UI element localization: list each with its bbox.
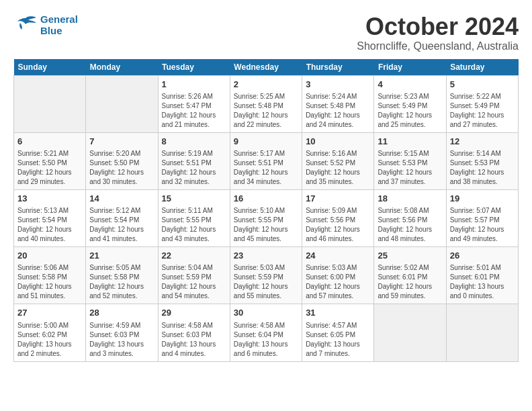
day-number: 8 xyxy=(162,136,226,148)
calendar-day-cell: 19Sunrise: 5:07 AM Sunset: 5:57 PM Dayli… xyxy=(446,189,518,246)
day-of-week-header: Tuesday xyxy=(158,59,230,76)
day-of-week-header: Thursday xyxy=(302,59,374,76)
calendar-day-cell: 4Sunrise: 5:23 AM Sunset: 5:49 PM Daylig… xyxy=(374,75,446,132)
calendar-day-cell: 13Sunrise: 5:13 AM Sunset: 5:54 PM Dayli… xyxy=(14,189,86,246)
day-number: 15 xyxy=(162,193,226,205)
location-title: Shorncliffe, Queensland, Australia xyxy=(357,40,519,52)
day-number: 16 xyxy=(234,193,298,205)
calendar-week-row: 27Sunrise: 5:00 AM Sunset: 6:02 PM Dayli… xyxy=(14,304,519,361)
day-info: Sunrise: 5:12 AM Sunset: 5:54 PM Dayligh… xyxy=(89,206,154,244)
calendar-day-cell: 28Sunrise: 4:59 AM Sunset: 6:03 PM Dayli… xyxy=(86,304,158,361)
calendar-day-cell: 26Sunrise: 5:01 AM Sunset: 6:01 PM Dayli… xyxy=(446,247,518,304)
calendar-day-cell: 31Sunrise: 4:57 AM Sunset: 6:05 PM Dayli… xyxy=(302,304,374,361)
day-info: Sunrise: 5:10 AM Sunset: 5:55 PM Dayligh… xyxy=(234,206,298,244)
day-of-week-header: Monday xyxy=(86,59,158,76)
day-info: Sunrise: 5:13 AM Sunset: 5:54 PM Dayligh… xyxy=(17,206,82,244)
calendar-week-row: 1Sunrise: 5:26 AM Sunset: 5:47 PM Daylig… xyxy=(14,75,519,132)
calendar-day-cell: 21Sunrise: 5:05 AM Sunset: 5:58 PM Dayli… xyxy=(86,247,158,304)
calendar-day-cell: 5Sunrise: 5:22 AM Sunset: 5:49 PM Daylig… xyxy=(446,75,518,132)
day-number: 22 xyxy=(162,250,226,262)
calendar-day-cell: 17Sunrise: 5:09 AM Sunset: 5:56 PM Dayli… xyxy=(302,189,374,246)
month-title: October 2024 xyxy=(357,13,519,40)
day-number: 18 xyxy=(378,193,442,205)
calendar-day-cell: 10Sunrise: 5:16 AM Sunset: 5:52 PM Dayli… xyxy=(302,132,374,189)
day-number: 30 xyxy=(234,307,298,319)
day-info: Sunrise: 5:15 AM Sunset: 5:53 PM Dayligh… xyxy=(378,149,442,187)
calendar-day-cell xyxy=(446,304,518,361)
day-number: 31 xyxy=(306,307,370,319)
logo-text: General Blue xyxy=(40,13,78,36)
calendar-day-cell: 12Sunrise: 5:14 AM Sunset: 5:53 PM Dayli… xyxy=(446,132,518,189)
day-number: 1 xyxy=(162,79,226,91)
day-number: 9 xyxy=(234,136,298,148)
day-number: 13 xyxy=(17,193,82,205)
day-number: 12 xyxy=(450,136,515,148)
day-number: 26 xyxy=(450,250,515,262)
calendar-day-cell: 20Sunrise: 5:06 AM Sunset: 5:58 PM Dayli… xyxy=(14,247,86,304)
day-info: Sunrise: 5:20 AM Sunset: 5:50 PM Dayligh… xyxy=(89,149,154,187)
calendar-day-cell: 11Sunrise: 5:15 AM Sunset: 5:53 PM Dayli… xyxy=(374,132,446,189)
day-of-week-header: Saturday xyxy=(446,59,518,76)
calendar-day-cell: 30Sunrise: 4:58 AM Sunset: 6:04 PM Dayli… xyxy=(230,304,302,361)
calendar-day-cell: 9Sunrise: 5:17 AM Sunset: 5:51 PM Daylig… xyxy=(230,132,302,189)
calendar-day-cell: 6Sunrise: 5:21 AM Sunset: 5:50 PM Daylig… xyxy=(14,132,86,189)
day-info: Sunrise: 5:25 AM Sunset: 5:48 PM Dayligh… xyxy=(234,92,298,130)
day-number: 14 xyxy=(89,193,154,205)
day-info: Sunrise: 5:21 AM Sunset: 5:50 PM Dayligh… xyxy=(17,149,82,187)
calendar-body: 1Sunrise: 5:26 AM Sunset: 5:47 PM Daylig… xyxy=(14,75,519,361)
page-header: General Blue October 2024 Shorncliffe, Q… xyxy=(13,13,519,52)
day-info: Sunrise: 5:09 AM Sunset: 5:56 PM Dayligh… xyxy=(306,206,370,244)
calendar-day-cell: 23Sunrise: 5:03 AM Sunset: 5:59 PM Dayli… xyxy=(230,247,302,304)
calendar-day-cell xyxy=(86,75,158,132)
calendar-day-cell: 27Sunrise: 5:00 AM Sunset: 6:02 PM Dayli… xyxy=(14,304,86,361)
day-of-week-header: Sunday xyxy=(14,59,86,76)
calendar-day-cell: 16Sunrise: 5:10 AM Sunset: 5:55 PM Dayli… xyxy=(230,189,302,246)
day-info: Sunrise: 4:58 AM Sunset: 6:03 PM Dayligh… xyxy=(162,321,226,359)
day-number: 27 xyxy=(17,307,82,319)
calendar-day-cell: 15Sunrise: 5:11 AM Sunset: 5:55 PM Dayli… xyxy=(158,189,230,246)
day-info: Sunrise: 5:26 AM Sunset: 5:47 PM Dayligh… xyxy=(162,92,226,130)
day-number: 20 xyxy=(17,250,82,262)
calendar-day-cell: 2Sunrise: 5:25 AM Sunset: 5:48 PM Daylig… xyxy=(230,75,302,132)
calendar-day-cell: 1Sunrise: 5:26 AM Sunset: 5:47 PM Daylig… xyxy=(158,75,230,132)
day-info: Sunrise: 5:04 AM Sunset: 5:59 PM Dayligh… xyxy=(162,263,226,301)
calendar-day-cell: 25Sunrise: 5:02 AM Sunset: 6:01 PM Dayli… xyxy=(374,247,446,304)
calendar-week-row: 20Sunrise: 5:06 AM Sunset: 5:58 PM Dayli… xyxy=(14,247,519,304)
day-info: Sunrise: 5:03 AM Sunset: 6:00 PM Dayligh… xyxy=(306,263,370,301)
day-number: 4 xyxy=(378,79,442,91)
day-info: Sunrise: 5:07 AM Sunset: 5:57 PM Dayligh… xyxy=(450,206,515,244)
day-info: Sunrise: 4:57 AM Sunset: 6:05 PM Dayligh… xyxy=(306,321,370,359)
day-of-week-header: Friday xyxy=(374,59,446,76)
day-info: Sunrise: 5:11 AM Sunset: 5:55 PM Dayligh… xyxy=(162,206,226,244)
day-number: 29 xyxy=(162,307,226,319)
day-number: 10 xyxy=(306,136,370,148)
calendar-day-cell: 18Sunrise: 5:08 AM Sunset: 5:56 PM Dayli… xyxy=(374,189,446,246)
day-info: Sunrise: 5:03 AM Sunset: 5:59 PM Dayligh… xyxy=(234,263,298,301)
day-number: 23 xyxy=(234,250,298,262)
day-info: Sunrise: 5:24 AM Sunset: 5:48 PM Dayligh… xyxy=(306,92,370,130)
title-block: October 2024 Shorncliffe, Queensland, Au… xyxy=(357,13,519,52)
day-info: Sunrise: 5:08 AM Sunset: 5:56 PM Dayligh… xyxy=(378,206,442,244)
day-info: Sunrise: 5:14 AM Sunset: 5:53 PM Dayligh… xyxy=(450,149,515,187)
day-number: 17 xyxy=(306,193,370,205)
day-info: Sunrise: 5:02 AM Sunset: 6:01 PM Dayligh… xyxy=(378,263,442,301)
day-number: 7 xyxy=(89,136,154,148)
calendar-day-cell xyxy=(374,304,446,361)
day-number: 11 xyxy=(378,136,442,148)
calendar-day-cell: 7Sunrise: 5:20 AM Sunset: 5:50 PM Daylig… xyxy=(86,132,158,189)
day-info: Sunrise: 5:00 AM Sunset: 6:02 PM Dayligh… xyxy=(17,321,82,359)
calendar-header-row: SundayMondayTuesdayWednesdayThursdayFrid… xyxy=(14,59,519,76)
day-info: Sunrise: 5:23 AM Sunset: 5:49 PM Dayligh… xyxy=(378,92,442,130)
calendar-day-cell: 29Sunrise: 4:58 AM Sunset: 6:03 PM Dayli… xyxy=(158,304,230,361)
day-info: Sunrise: 5:05 AM Sunset: 5:58 PM Dayligh… xyxy=(89,263,154,301)
day-info: Sunrise: 4:59 AM Sunset: 6:03 PM Dayligh… xyxy=(89,321,154,359)
day-number: 28 xyxy=(89,307,154,319)
day-number: 24 xyxy=(306,250,370,262)
calendar-day-cell: 8Sunrise: 5:19 AM Sunset: 5:51 PM Daylig… xyxy=(158,132,230,189)
calendar-table: SundayMondayTuesdayWednesdayThursdayFrid… xyxy=(13,59,519,362)
calendar-day-cell xyxy=(14,75,86,132)
calendar-week-row: 6Sunrise: 5:21 AM Sunset: 5:50 PM Daylig… xyxy=(14,132,519,189)
day-number: 19 xyxy=(450,193,515,205)
day-of-week-header: Wednesday xyxy=(230,59,302,76)
day-info: Sunrise: 4:58 AM Sunset: 6:04 PM Dayligh… xyxy=(234,321,298,359)
